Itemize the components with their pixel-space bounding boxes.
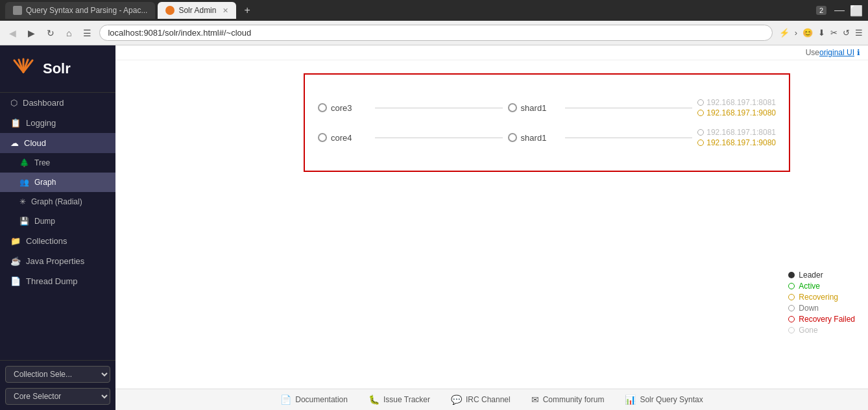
tab-close-button[interactable]: ✕ <box>223 6 228 15</box>
sidebar-nav: ⬡ Dashboard 📋 Logging ☁ Cloud 🌲 Tree 👥 G… <box>0 93 115 360</box>
ip-text-yellow-1: 192.168.197.1:9080 <box>706 108 776 117</box>
legend-circle-leader <box>788 272 795 278</box>
forward-button[interactable]: ▶ <box>24 25 39 41</box>
sidebar-item-dashboard[interactable]: ⬡ Dashboard <box>0 93 115 113</box>
home-button[interactable]: ⌂ <box>62 25 75 41</box>
footer-link-issue-tracker[interactable]: 🐛 Issue Tracker <box>368 394 430 405</box>
ip-circle-yellow-1 <box>697 110 704 116</box>
tab-label-active: Solr Admin <box>178 6 216 15</box>
tab-count: 2 <box>816 6 826 15</box>
core3-label: core3 <box>331 103 370 113</box>
app-container: Solr ⬡ Dashboard 📋 Logging ☁ Cloud 🌲 Tre… <box>0 45 868 410</box>
reader-button[interactable]: ☰ <box>79 25 95 41</box>
graph-icon: 👥 <box>19 178 29 187</box>
graph-box: core3 shard1 192.168.197.1:8081 192.168.… <box>304 73 790 172</box>
tree-label: Tree <box>34 158 50 167</box>
legend-item-recovery-failed: Recovery Failed <box>788 315 855 324</box>
legend-label-active: Active <box>799 282 820 291</box>
minimize-button[interactable]: — <box>834 5 845 16</box>
java-properties-label: Java Properties <box>26 256 84 266</box>
ip-entry-2: 192.168.197.1:9080 <box>697 108 776 117</box>
logging-icon: 📋 <box>10 118 21 128</box>
info-icon: ℹ <box>857 48 860 57</box>
ip-entry-4: 192.168.197.1:9080 <box>697 138 776 147</box>
maximize-button[interactable]: ⬜ <box>850 5 863 17</box>
sidebar-dropdowns: Collection Sele... Core Selector <box>0 360 115 410</box>
tab-active[interactable]: Solr Admin ✕ <box>158 2 236 19</box>
extension-icon: ⚡ <box>779 28 790 38</box>
refresh-button[interactable]: ↻ <box>43 25 58 41</box>
graph-radial-icon: ✳ <box>19 197 26 206</box>
legend-label-gone: Gone <box>799 326 817 335</box>
legend: Leader Active Recovering Down Recovery F… <box>788 269 855 337</box>
core3-node-circle <box>318 103 327 112</box>
thread-dump-icon: 📄 <box>10 276 21 286</box>
sidebar-item-collections[interactable]: 📁 Collections <box>0 231 115 251</box>
address-bar[interactable] <box>99 25 772 41</box>
legend-circle-down <box>788 305 795 311</box>
tree-icon: 🌲 <box>19 158 29 167</box>
ip-circle-gray-2 <box>697 129 704 136</box>
legend-label-recovering: Recovering <box>799 293 838 302</box>
original-ui-link[interactable]: original UI <box>819 48 854 57</box>
sidebar-item-thread-dump[interactable]: 📄 Thread Dump <box>0 271 115 291</box>
irc-channel-icon: 💬 <box>451 394 462 405</box>
browser-chrome: Query Syntax and Parsing - Apac... Solr … <box>0 0 868 45</box>
solr-logo-icon <box>10 56 36 82</box>
cloud-label: Cloud <box>24 138 46 148</box>
ip-group-core4: 192.168.197.1:8081 192.168.197.1:9080 <box>697 128 776 147</box>
tab-favicon-active <box>165 6 175 15</box>
shard1-core3-circle <box>508 103 517 112</box>
sidebar-item-dump[interactable]: 💾 Dump <box>0 211 115 231</box>
sidebar-item-java-properties[interactable]: ☕ Java Properties <box>0 251 115 271</box>
logging-label: Logging <box>26 118 56 128</box>
solr-query-syntax-icon: 📊 <box>625 394 636 405</box>
shard1-core3-label: shard1 <box>521 103 560 113</box>
core-select[interactable]: Core Selector <box>5 388 110 405</box>
sidebar-item-graph[interactable]: 👥 Graph <box>0 173 115 192</box>
back-button[interactable]: ◀ <box>5 25 20 41</box>
menu-icon[interactable]: ☰ <box>855 28 863 38</box>
footer-link-irc-channel[interactable]: 💬 IRC Channel <box>451 394 511 405</box>
main-content: Use original UI ℹ core3 shard1 <box>115 45 868 410</box>
profile-icon: 😊 <box>802 28 813 38</box>
ip-circle-gray-1 <box>697 99 704 106</box>
sidebar-logo: Solr <box>0 45 115 93</box>
thread-dump-label: Thread Dump <box>26 276 77 286</box>
top-bar: Use original UI ℹ <box>115 45 868 60</box>
legend-label-leader: Leader <box>799 271 823 280</box>
nav-bar: ◀ ▶ ↻ ⌂ ☰ ⚡ › 😊 ⬇ ✂ ↺ ☰ <box>0 21 868 45</box>
ip-text-yellow-2: 192.168.197.1:9080 <box>706 138 776 147</box>
irc-channel-label: IRC Channel <box>466 395 511 404</box>
dashboard-icon: ⬡ <box>10 98 18 108</box>
footer-link-community-forum[interactable]: ✉ Community forum <box>531 394 605 405</box>
cloud-icon: ☁ <box>10 138 19 148</box>
sidebar-item-tree[interactable]: 🌲 Tree <box>0 153 115 173</box>
sidebar-item-cloud[interactable]: ☁ Cloud <box>0 133 115 153</box>
legend-item-gone: Gone <box>788 326 855 335</box>
legend-circle-recovery-failed <box>788 316 795 322</box>
tab-inactive[interactable]: Query Syntax and Parsing - Apac... <box>5 2 155 19</box>
community-forum-label: Community forum <box>543 395 605 404</box>
collection-select[interactable]: Collection Sele... <box>5 366 110 383</box>
shard1-core4-circle <box>508 133 517 142</box>
sidebar-item-graph-radial[interactable]: ✳ Graph (Radial) <box>0 192 115 211</box>
legend-item-recovering: Recovering <box>788 293 855 302</box>
footer-link-documentation[interactable]: 📄 Documentation <box>280 394 348 405</box>
ip-group-core3: 192.168.197.1:8081 192.168.197.1:9080 <box>697 98 776 117</box>
graph-radial-label: Graph (Radial) <box>31 197 82 206</box>
download-icon: ⬇ <box>818 28 825 38</box>
tab-label-inactive: Query Syntax and Parsing - Apac... <box>26 6 147 15</box>
sidebar-item-logging[interactable]: 📋 Logging <box>0 113 115 133</box>
graph-row-2: core4 shard1 192.168.197.1:8081 192.168.… <box>318 128 776 147</box>
legend-circle-gone <box>788 327 795 333</box>
connector-line-4 <box>565 138 693 138</box>
footer-link-solr-query-syntax[interactable]: 📊 Solr Query Syntax <box>625 394 703 405</box>
dump-label: Dump <box>34 217 55 226</box>
legend-item-leader: Leader <box>788 271 855 280</box>
collections-icon: 📁 <box>10 236 21 246</box>
nav-icons: ⚡ › 😊 ⬇ ✂ ↺ ☰ <box>779 28 863 38</box>
new-tab-button[interactable]: + <box>239 5 255 16</box>
legend-circle-recovering <box>788 294 795 300</box>
graph-area: core3 shard1 192.168.197.1:8081 192.168.… <box>115 60 868 389</box>
